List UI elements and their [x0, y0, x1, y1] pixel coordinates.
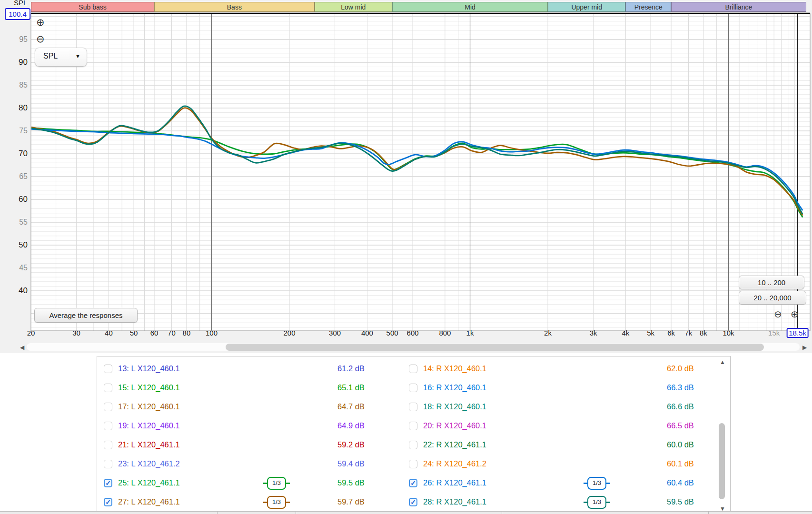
- measurement-level-value: 66.5 dB: [667, 421, 705, 430]
- scroll-up-icon[interactable]: ▲: [720, 359, 725, 366]
- chevron-down-icon: ▼: [75, 53, 80, 59]
- x-zoom-out-icon[interactable]: ⊖: [774, 309, 782, 319]
- measurement-checkbox-28[interactable]: ✓: [409, 498, 417, 506]
- average-responses-button[interactable]: Average the responses: [34, 308, 138, 323]
- measurement-checkbox-14[interactable]: [409, 365, 417, 373]
- measurement-label[interactable]: 16: R X120_460.1: [423, 383, 486, 392]
- measurement-level-value: 60.1 dB: [667, 459, 705, 468]
- measurement-label[interactable]: 25: L X120_461.1: [118, 478, 180, 487]
- x-tick-3k: 3k: [590, 329, 597, 337]
- spl-chart-canvas[interactable]: [0, 0, 812, 355]
- measurement-level-value: 66.6 dB: [667, 402, 705, 411]
- measurement-checkbox-24[interactable]: [409, 460, 417, 468]
- measurement-type-dropdown[interactable]: SPL ▼: [35, 48, 87, 67]
- scroll-right-icon[interactable]: ▶: [802, 344, 807, 351]
- spl-chart-region: Sub bassBassLow midMidUpper midPresenceB…: [0, 0, 812, 353]
- x-tick-100: 100: [206, 329, 218, 337]
- legend-scrollbar[interactable]: ▲ ▼: [717, 356, 728, 514]
- measurement-checkbox-17[interactable]: [104, 403, 112, 411]
- measurement-label[interactable]: 22: R X120_461.1: [423, 440, 486, 449]
- x-zoom-in-icon[interactable]: ⊕: [791, 309, 799, 319]
- band-presence: Presence: [625, 2, 671, 12]
- x-tick-70: 70: [168, 329, 176, 337]
- smoothing-fraction-label: 1/3: [588, 498, 605, 505]
- measurement-label[interactable]: 23: L X120_461.2: [118, 459, 180, 468]
- x-tick-50: 50: [130, 329, 138, 337]
- measurement-label[interactable]: 18: R X120_460.1: [423, 402, 486, 411]
- measurement-checkbox-21[interactable]: [104, 441, 112, 449]
- measurement-checkbox-20[interactable]: [409, 422, 417, 430]
- x-tick-1k: 1k: [466, 329, 474, 337]
- measurement-row: 19: L X120_460.164.9 dB20: R X120_460.16…: [97, 417, 730, 436]
- measurement-checkbox-23[interactable]: [104, 460, 112, 468]
- smoothing-fraction-label: 1/3: [588, 479, 605, 486]
- x-tick-10k: 10k: [723, 329, 734, 337]
- range-20-20000-button[interactable]: 20 .. 20,000: [739, 291, 806, 305]
- measurement-label[interactable]: 28: R X120_461.1: [423, 497, 486, 506]
- measurement-row: 17: L X120_460.164.7 dB18: R X120_460.16…: [97, 398, 730, 417]
- range-10-200-button[interactable]: 10 .. 200: [739, 276, 804, 289]
- smoothing-filter-icon[interactable]: 1/3: [267, 496, 286, 509]
- rew-spl-window: Sub bassBassLow midMidUpper midPresenceB…: [0, 0, 812, 514]
- measurement-label[interactable]: 17: L X120_460.1: [118, 402, 180, 411]
- measurement-label[interactable]: 24: R X120_461.2: [423, 459, 486, 468]
- measurement-level-value: 66.3 dB: [667, 383, 705, 392]
- measurement-level-value: 59.7 dB: [337, 497, 376, 506]
- y-axis-title: SPL: [14, 0, 27, 7]
- zoom-in-icon[interactable]: ⊕: [36, 17, 45, 27]
- measurement-label[interactable]: 20: R X120_460.1: [423, 421, 486, 430]
- measurement-level-value: 65.1 dB: [337, 383, 376, 392]
- x-tick-7k: 7k: [685, 329, 693, 337]
- measurement-checkbox-18[interactable]: [409, 403, 417, 411]
- measurement-row: 15: L X120_460.165.1 dB16: R X120_460.16…: [97, 379, 730, 398]
- measurement-label[interactable]: 19: L X120_460.1: [118, 421, 180, 430]
- y-tick-90: 90: [0, 58, 28, 67]
- zoom-out-icon[interactable]: ⊖: [36, 34, 45, 44]
- measurement-checkbox-13[interactable]: [104, 365, 112, 373]
- x-tick-5k: 5k: [647, 329, 654, 337]
- measurement-checkbox-16[interactable]: [409, 384, 417, 392]
- x-tick-500: 500: [386, 329, 398, 337]
- measurement-row: ✓27: L X120_461.11/359.7 dB✓28: R X120_4…: [97, 494, 730, 513]
- measurement-level-value: 59.2 dB: [337, 440, 376, 449]
- measurement-label[interactable]: 13: L X120_460.1: [118, 364, 180, 373]
- x-tick-200: 200: [283, 329, 295, 337]
- measurement-level-value: 60.0 dB: [667, 440, 705, 449]
- y-tick-80: 80: [0, 103, 28, 113]
- measurement-checkbox-26[interactable]: ✓: [409, 479, 417, 487]
- measurement-label[interactable]: 26: R X120_461.1: [423, 478, 486, 487]
- measurement-checkbox-27[interactable]: ✓: [104, 498, 112, 506]
- measurement-checkbox-25[interactable]: ✓: [104, 479, 112, 487]
- y-tick-60: 60: [0, 195, 28, 204]
- measurement-row: 21: L X120_461.159.2 dB22: R X120_461.16…: [97, 436, 730, 455]
- legend-scrollbar-thumb[interactable]: [719, 423, 725, 499]
- band-mid: Mid: [392, 2, 548, 12]
- y-axis-max-value[interactable]: 100.4: [5, 8, 30, 20]
- measurement-label[interactable]: 14: R X120_460.1: [423, 364, 486, 373]
- measurement-label[interactable]: 21: L X120_461.1: [118, 440, 180, 449]
- measurement-checkbox-22[interactable]: [409, 441, 417, 449]
- measurement-checkbox-15[interactable]: [104, 384, 112, 392]
- x-tick-18.5k[interactable]: 18.5k: [786, 328, 809, 338]
- smoothing-filter-icon[interactable]: 1/3: [267, 477, 286, 490]
- x-tick-30: 30: [72, 329, 80, 337]
- measurement-label[interactable]: 15: L X120_460.1: [118, 383, 180, 392]
- y-tick-95: 95: [0, 35, 28, 44]
- y-tick-75: 75: [0, 126, 28, 136]
- measurement-level-value: 59.5 dB: [337, 478, 376, 487]
- x-tick-20: 20: [27, 329, 35, 337]
- horizontal-scrollbar-thumb[interactable]: [226, 344, 764, 351]
- measurement-level-value: 62.0 dB: [667, 364, 705, 373]
- scroll-left-icon[interactable]: ◀: [20, 344, 24, 351]
- measurement-level-value: 59.5 dB: [667, 497, 705, 506]
- measurement-label[interactable]: 27: L X120_461.1: [118, 497, 180, 506]
- y-tick-70: 70: [0, 149, 28, 158]
- smoothing-filter-icon[interactable]: 1/3: [587, 477, 606, 490]
- x-tick-300: 300: [329, 329, 341, 337]
- band-upper-mid: Upper mid: [548, 2, 625, 12]
- smoothing-filter-icon[interactable]: 1/3: [587, 496, 606, 509]
- measurement-row: 23: L X120_461.259.4 dB24: R X120_461.26…: [97, 455, 730, 474]
- x-tick-6k: 6k: [667, 329, 675, 337]
- x-tick-80: 80: [183, 329, 191, 337]
- measurement-checkbox-19[interactable]: [104, 422, 112, 430]
